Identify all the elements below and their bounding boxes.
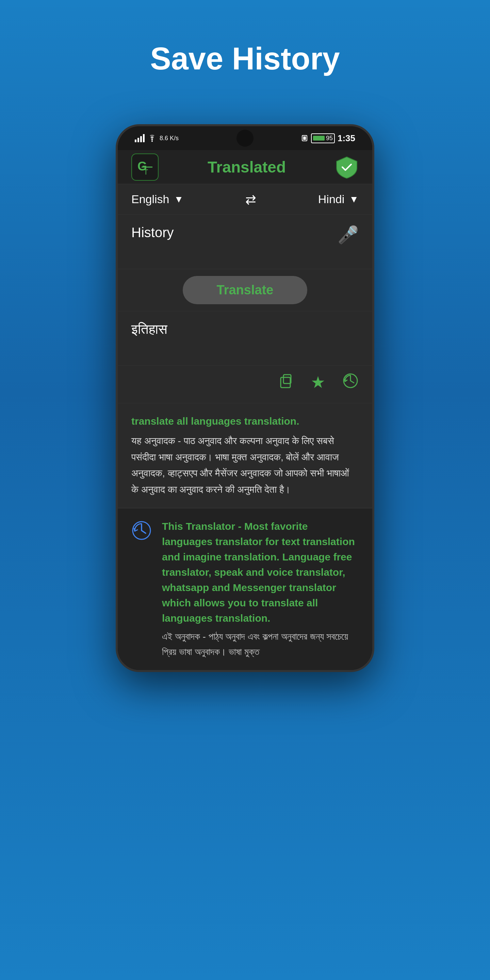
battery-indicator: 95: [311, 134, 335, 143]
microphone-icon[interactable]: 🎤: [337, 225, 359, 245]
status-bar: 8.6 K/s 95 1:35: [118, 126, 372, 150]
description-area-1: translate all languages translation. यह …: [118, 403, 372, 508]
desc-white-text-1: यह अनुवादक - पाठ अनुवाद और कल्पना अनुवाद…: [131, 433, 359, 498]
output-text: इतिहास: [131, 321, 167, 337]
vibrate-icon: [301, 134, 308, 143]
source-language-selector[interactable]: English ▼: [131, 192, 183, 206]
time-display: 1:35: [337, 133, 355, 143]
source-lang-dropdown-icon: ▼: [174, 194, 184, 205]
copy-icon[interactable]: [277, 372, 294, 393]
history-entry-content: This Translator - Most favorite language…: [162, 519, 359, 660]
speed-indicator: 8.6 K/s: [159, 135, 179, 142]
wifi-icon: [147, 134, 157, 142]
page-title: Save History: [150, 41, 340, 76]
target-language-selector[interactable]: Hindi ▼: [318, 192, 359, 206]
app-bar: G T Translated: [118, 150, 372, 184]
svg-rect-2: [303, 137, 306, 140]
translate-button-container: Translate: [118, 269, 372, 311]
swap-icon: ⇄: [245, 192, 256, 207]
translate-button[interactable]: Translate: [183, 276, 308, 304]
phone-mockup: 8.6 K/s 95 1:35 G T Translated: [116, 124, 374, 672]
signal-bars: [135, 134, 145, 142]
output-area: इतिहास: [118, 311, 372, 366]
language-bar: English ▼ ⇄ Hindi ▼: [118, 184, 372, 215]
camera-notch: [237, 130, 253, 147]
history-icon[interactable]: [342, 372, 359, 393]
desc-green-text-1: translate all languages translation.: [131, 414, 359, 429]
language-swap-button[interactable]: ⇄: [183, 192, 318, 207]
status-left: 8.6 K/s: [135, 134, 179, 142]
action-icons-bar: ★: [118, 366, 372, 403]
history-entry-title: This Translator - Most favorite language…: [162, 519, 359, 626]
target-language-label: Hindi: [318, 192, 344, 206]
source-language-label: English: [131, 192, 169, 206]
history-entry-icon: [131, 520, 152, 546]
favorite-icon[interactable]: ★: [311, 372, 325, 393]
app-logo: G T: [131, 153, 159, 181]
svg-text:T: T: [143, 168, 148, 176]
status-right: 95 1:35: [301, 133, 355, 143]
target-lang-dropdown-icon: ▼: [349, 194, 359, 205]
translate-logo-icon: G T: [135, 157, 155, 177]
history-list-item: This Translator - Most favorite language…: [118, 508, 372, 670]
input-area[interactable]: History 🎤: [118, 215, 372, 269]
app-title: Translated: [208, 158, 286, 176]
svg-point-0: [151, 140, 153, 142]
shield-icon: [335, 155, 359, 179]
history-entry-subtitle: এই অনুবাদক - পাঠ্য অনুবাদ এবং কল্পনা অনু…: [162, 629, 359, 660]
input-text: History: [131, 225, 173, 240]
svg-rect-7: [281, 377, 290, 388]
